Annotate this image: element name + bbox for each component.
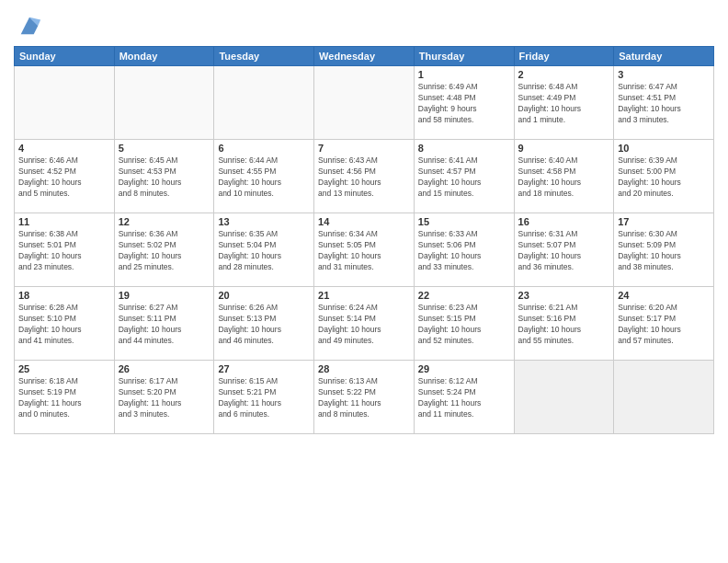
day-number: 10	[618, 143, 710, 154]
day-info: Sunrise: 6:45 AMSunset: 4:53 PMDaylight:…	[119, 155, 210, 200]
calendar-cell	[114, 66, 214, 140]
day-info: Sunrise: 6:21 AMSunset: 5:16 PMDaylight:…	[518, 303, 610, 347]
day-info: Sunrise: 6:43 AMSunset: 4:56 PMDaylight:…	[318, 155, 410, 200]
day-info: Sunrise: 6:47 AMSunset: 4:51 PMDaylight:…	[618, 82, 710, 126]
day-info: Sunrise: 6:36 AMSunset: 5:02 PMDaylight:…	[119, 229, 210, 273]
calendar-cell: 24Sunrise: 6:20 AMSunset: 5:17 PMDayligh…	[614, 287, 714, 361]
calendar-cell: 14Sunrise: 6:34 AMSunset: 5:05 PMDayligh…	[314, 213, 415, 287]
col-header-thursday: Thursday	[414, 47, 514, 66]
col-header-monday: Monday	[114, 47, 214, 66]
day-info: Sunrise: 6:48 AMSunset: 4:49 PMDaylight:…	[518, 82, 610, 126]
calendar-cell: 23Sunrise: 6:21 AMSunset: 5:16 PMDayligh…	[514, 287, 614, 361]
day-info: Sunrise: 6:39 AMSunset: 5:00 PMDaylight:…	[618, 155, 710, 200]
day-number: 14	[318, 216, 410, 227]
calendar-cell: 20Sunrise: 6:26 AMSunset: 5:13 PMDayligh…	[214, 287, 314, 361]
calendar-cell: 22Sunrise: 6:23 AMSunset: 5:15 PMDayligh…	[414, 287, 514, 361]
day-info: Sunrise: 6:44 AMSunset: 4:55 PMDaylight:…	[218, 155, 310, 200]
calendar-cell: 17Sunrise: 6:30 AMSunset: 5:09 PMDayligh…	[614, 213, 714, 287]
calendar-cell: 6Sunrise: 6:44 AMSunset: 4:55 PMDaylight…	[214, 140, 314, 213]
col-header-sunday: Sunday	[15, 47, 115, 66]
calendar-cell	[614, 361, 714, 434]
day-number: 5	[119, 143, 210, 154]
logo-icon	[17, 13, 42, 39]
day-number: 21	[318, 290, 410, 301]
calendar-cell: 16Sunrise: 6:31 AMSunset: 5:07 PMDayligh…	[514, 213, 614, 287]
week-row-1: 1Sunrise: 6:49 AMSunset: 4:48 PMDaylight…	[15, 66, 714, 140]
calendar-cell: 7Sunrise: 6:43 AMSunset: 4:56 PMDaylight…	[314, 140, 415, 213]
day-number: 3	[618, 69, 710, 80]
calendar-cell: 18Sunrise: 6:28 AMSunset: 5:10 PMDayligh…	[15, 287, 115, 361]
calendar-cell	[15, 66, 115, 140]
day-info: Sunrise: 6:26 AMSunset: 5:13 PMDaylight:…	[218, 303, 310, 347]
day-number: 4	[18, 143, 110, 154]
calendar-cell	[314, 66, 415, 140]
day-info: Sunrise: 6:40 AMSunset: 4:58 PMDaylight:…	[518, 155, 610, 200]
day-number: 19	[119, 290, 210, 301]
day-info: Sunrise: 6:35 AMSunset: 5:04 PMDaylight:…	[218, 229, 310, 273]
calendar-cell: 9Sunrise: 6:40 AMSunset: 4:58 PMDaylight…	[514, 140, 614, 213]
day-number: 26	[119, 363, 210, 374]
header-row: SundayMondayTuesdayWednesdayThursdayFrid…	[15, 47, 714, 66]
calendar-cell: 19Sunrise: 6:27 AMSunset: 5:11 PMDayligh…	[114, 287, 214, 361]
day-info: Sunrise: 6:17 AMSunset: 5:20 PMDaylight:…	[119, 376, 210, 420]
col-header-saturday: Saturday	[614, 47, 714, 66]
calendar-cell: 2Sunrise: 6:48 AMSunset: 4:49 PMDaylight…	[514, 66, 614, 140]
day-number: 16	[518, 216, 610, 227]
calendar-cell	[514, 361, 614, 434]
day-number: 1	[418, 69, 510, 80]
calendar-cell: 1Sunrise: 6:49 AMSunset: 4:48 PMDaylight…	[414, 66, 514, 140]
calendar-cell: 4Sunrise: 6:46 AMSunset: 4:52 PMDaylight…	[15, 140, 115, 213]
day-number: 9	[518, 143, 610, 154]
calendar-cell: 28Sunrise: 6:13 AMSunset: 5:22 PMDayligh…	[314, 361, 415, 434]
day-number: 7	[318, 143, 410, 154]
day-number: 18	[18, 290, 110, 301]
day-info: Sunrise: 6:12 AMSunset: 5:24 PMDaylight:…	[418, 376, 510, 420]
day-number: 6	[218, 143, 310, 154]
calendar-cell: 5Sunrise: 6:45 AMSunset: 4:53 PMDaylight…	[114, 140, 214, 213]
day-number: 12	[119, 216, 210, 227]
calendar-cell: 15Sunrise: 6:33 AMSunset: 5:06 PMDayligh…	[414, 213, 514, 287]
header	[14, 9, 714, 39]
day-info: Sunrise: 6:41 AMSunset: 4:57 PMDaylight:…	[418, 155, 510, 200]
day-info: Sunrise: 6:28 AMSunset: 5:10 PMDaylight:…	[18, 303, 110, 347]
day-info: Sunrise: 6:27 AMSunset: 5:11 PMDaylight:…	[119, 303, 210, 347]
day-info: Sunrise: 6:18 AMSunset: 5:19 PMDaylight:…	[18, 376, 110, 420]
day-info: Sunrise: 6:38 AMSunset: 5:01 PMDaylight:…	[18, 229, 110, 273]
day-number: 15	[418, 216, 510, 227]
day-info: Sunrise: 6:24 AMSunset: 5:14 PMDaylight:…	[318, 303, 410, 347]
calendar-cell: 21Sunrise: 6:24 AMSunset: 5:14 PMDayligh…	[314, 287, 415, 361]
calendar-cell: 13Sunrise: 6:35 AMSunset: 5:04 PMDayligh…	[214, 213, 314, 287]
day-number: 8	[418, 143, 510, 154]
calendar-cell: 3Sunrise: 6:47 AMSunset: 4:51 PMDaylight…	[614, 66, 714, 140]
calendar-cell: 10Sunrise: 6:39 AMSunset: 5:00 PMDayligh…	[614, 140, 714, 213]
calendar-table: SundayMondayTuesdayWednesdayThursdayFrid…	[14, 46, 714, 434]
week-row-3: 11Sunrise: 6:38 AMSunset: 5:01 PMDayligh…	[15, 213, 714, 287]
page-container: SundayMondayTuesdayWednesdayThursdayFrid…	[0, 0, 728, 443]
calendar-cell: 29Sunrise: 6:12 AMSunset: 5:24 PMDayligh…	[414, 361, 514, 434]
day-number: 28	[318, 363, 410, 374]
day-info: Sunrise: 6:49 AMSunset: 4:48 PMDaylight:…	[418, 82, 510, 126]
day-number: 25	[18, 363, 110, 374]
day-info: Sunrise: 6:33 AMSunset: 5:06 PMDaylight:…	[418, 229, 510, 273]
day-info: Sunrise: 6:13 AMSunset: 5:22 PMDaylight:…	[318, 376, 410, 420]
week-row-2: 4Sunrise: 6:46 AMSunset: 4:52 PMDaylight…	[15, 140, 714, 213]
calendar-cell: 27Sunrise: 6:15 AMSunset: 5:21 PMDayligh…	[214, 361, 314, 434]
day-info: Sunrise: 6:46 AMSunset: 4:52 PMDaylight:…	[18, 155, 110, 200]
day-info: Sunrise: 6:31 AMSunset: 5:07 PMDaylight:…	[518, 229, 610, 273]
day-number: 2	[518, 69, 610, 80]
day-number: 27	[218, 363, 310, 374]
day-info: Sunrise: 6:23 AMSunset: 5:15 PMDaylight:…	[418, 303, 510, 347]
calendar-cell: 12Sunrise: 6:36 AMSunset: 5:02 PMDayligh…	[114, 213, 214, 287]
day-info: Sunrise: 6:20 AMSunset: 5:17 PMDaylight:…	[618, 303, 710, 347]
day-number: 20	[218, 290, 310, 301]
day-number: 23	[518, 290, 610, 301]
day-number: 29	[418, 363, 510, 374]
logo	[14, 13, 42, 39]
week-row-5: 25Sunrise: 6:18 AMSunset: 5:19 PMDayligh…	[15, 361, 714, 434]
calendar-cell: 26Sunrise: 6:17 AMSunset: 5:20 PMDayligh…	[114, 361, 214, 434]
calendar-cell	[214, 66, 314, 140]
calendar-cell: 11Sunrise: 6:38 AMSunset: 5:01 PMDayligh…	[15, 213, 115, 287]
calendar-cell: 25Sunrise: 6:18 AMSunset: 5:19 PMDayligh…	[15, 361, 115, 434]
day-info: Sunrise: 6:30 AMSunset: 5:09 PMDaylight:…	[618, 229, 710, 273]
day-info: Sunrise: 6:15 AMSunset: 5:21 PMDaylight:…	[218, 376, 310, 420]
